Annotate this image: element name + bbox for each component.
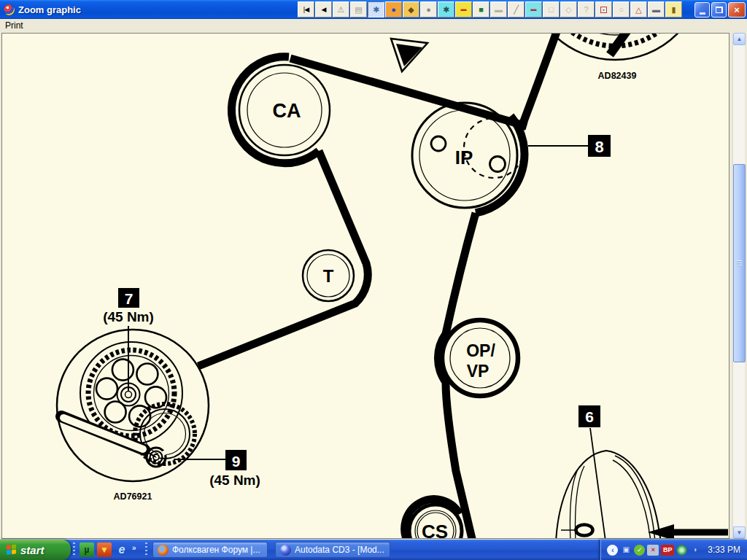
app-icon (4, 4, 15, 15)
restore-icon (716, 7, 723, 13)
nav-back-icon: ◀ (322, 7, 326, 13)
pulley-cs: CS (409, 505, 462, 538)
taskbar-separator[interactable] (145, 542, 147, 557)
battery-button[interactable]: ▮ (665, 1, 682, 18)
code-inset: AD76921 (114, 491, 152, 502)
window-title: Zoom graphic (18, 4, 81, 15)
code-top: AD82439 (598, 71, 637, 81)
vertical-scrollbar[interactable]: ▲ ▼ (732, 33, 745, 539)
content-area: CA IP T (0, 32, 747, 540)
pulley-opvp: OP/ VP (442, 320, 518, 396)
screwdriver-button[interactable]: ╱ (508, 1, 525, 18)
pulley-cs-label: CS (422, 521, 448, 538)
scanner-mouse-icon[interactable]: ◗ (689, 545, 701, 556)
autodata-icon (280, 545, 291, 556)
restore-button[interactable] (711, 2, 727, 18)
taskbar: start µ ▼ e » Фолксваген Форум |... Auto… (0, 540, 747, 560)
scroll-down-button[interactable]: ▼ (733, 526, 746, 539)
close-button[interactable]: × (728, 2, 746, 18)
firefox-icon (158, 545, 169, 556)
utorrent-icon[interactable]: µ (80, 542, 94, 557)
scroll-up-icon: ▲ (737, 36, 743, 42)
quick-launch-more-chevron[interactable]: » (132, 544, 141, 554)
page-view-button[interactable]: ▤ (350, 1, 367, 18)
nav-back-button[interactable]: ◀ (315, 1, 332, 18)
screwdriver-icon: ╱ (514, 6, 519, 14)
pulley-ca-label: CA (273, 100, 301, 122)
hide-icons-chevron[interactable]: ‹ (607, 545, 618, 556)
comment-button[interactable]: □ (543, 1, 560, 18)
engine-gears-button[interactable]: ✱ (438, 1, 454, 18)
nav-first-button[interactable]: |◀ (298, 1, 314, 18)
comment-icon: □ (549, 6, 554, 14)
start-button[interactable]: start (0, 540, 71, 560)
callout-8-number: 8 (595, 138, 603, 156)
timing-belt-diagram: CA IP T (2, 34, 729, 538)
zoom-graphic-button[interactable]: ✱ (368, 1, 384, 18)
pointer-tool-icon: ◆ (408, 6, 414, 14)
callout-8: 8 (528, 135, 611, 157)
inset-detail: AD76921 (57, 330, 209, 502)
photo-icon: ▪ (600, 7, 606, 13)
callout-7-number: 7 (125, 290, 133, 307)
gate-button[interactable]: ■ (473, 1, 489, 18)
callout-9-number: 9 (232, 453, 241, 470)
window-controls: × (693, 2, 746, 18)
scrollbar-thumb[interactable] (733, 164, 746, 362)
pulley-t-label: T (323, 266, 334, 286)
pulley-ip-label: IP (455, 147, 473, 168)
gate-icon: ■ (479, 6, 484, 14)
task-button-forum[interactable]: Фолксваген Форум |... (152, 542, 268, 558)
warning-icon: ⚠ (338, 6, 345, 14)
battery-icon: ▮ (671, 6, 676, 14)
sign-board-button[interactable]: ▬ (455, 1, 472, 18)
vehicle-alert-button[interactable]: ▬ (525, 1, 542, 18)
ellipse-icon: ○ (619, 6, 624, 14)
disc-icon: ● (426, 6, 431, 14)
windows-logo-icon (7, 544, 17, 555)
cd-globe-icon[interactable]: ● (676, 545, 687, 556)
vehicle-alert-icon: ▬ (531, 7, 537, 12)
measure-button[interactable]: ▬ (490, 1, 507, 18)
scroll-up-button[interactable]: ▲ (733, 33, 746, 45)
callout-9: 9 (45 Nm) (174, 450, 260, 488)
tools-icon: ◇ (565, 6, 571, 14)
menubar: Print (0, 19, 747, 32)
photo-button[interactable]: ▪ (595, 1, 612, 18)
pointer-tool-button[interactable]: ◆ (403, 1, 419, 18)
pulley-opvp-label-1: OP/ (466, 341, 495, 360)
close-icon: × (734, 5, 740, 15)
pointer-help-icon: ? (584, 6, 588, 14)
display-network-icon[interactable]: ▣ (620, 545, 632, 556)
minimize-button[interactable] (694, 2, 710, 18)
task-label: Autodata CD3 - [Mod... (295, 545, 384, 555)
timing-belt (198, 34, 557, 538)
tools-button[interactable]: ◇ (560, 1, 577, 18)
download-manager-icon[interactable]: ▼ (97, 542, 112, 557)
titlebar[interactable]: Zoom graphic |◀ ◀ ⚠ ▤ ✱ ● ◆ ● ✱ ▬ ■ ▬ ╱ … (0, 0, 747, 19)
world-button[interactable]: ● (385, 1, 402, 18)
vehicle-button[interactable]: ▬ (648, 1, 665, 18)
dome-component (556, 451, 661, 538)
callout-6-number: 6 (585, 408, 594, 425)
antivirus-ok-icon[interactable]: ✓ (634, 545, 645, 556)
menu-print[interactable]: Print (0, 20, 28, 31)
task-button-autodata[interactable]: Autodata CD3 - [Mod... (275, 542, 390, 558)
road-sign-icon: △ (635, 6, 641, 14)
ellipse-button[interactable]: ○ (613, 1, 630, 18)
internet-explorer-icon[interactable]: e (115, 542, 129, 557)
vehicle-icon: ▬ (652, 6, 660, 14)
road-sign-button[interactable]: △ (630, 1, 647, 18)
callout-7-torque: (45 Nm) (103, 309, 154, 324)
warning-button[interactable]: ⚠ (333, 1, 349, 18)
taskbar-clock: 3:33 PM (708, 545, 740, 555)
taskbar-separator[interactable] (73, 542, 75, 557)
network-disconnected-icon[interactable]: × (647, 545, 659, 556)
disc-button[interactable]: ● (420, 1, 437, 18)
language-indicator[interactable]: BP (661, 545, 674, 556)
start-label: start (20, 544, 44, 556)
pulley-t: T (303, 250, 354, 301)
toolbar: |◀ ◀ ⚠ ▤ ✱ ● ◆ ● ✱ ▬ ■ ▬ ╱ ▬ □ ◇ ? ▪ ○ △… (298, 1, 683, 18)
pointer-help-button[interactable]: ? (578, 1, 595, 18)
system-tray: ‹ ▣ ✓ × BP ● ◗ 3:33 PM (600, 540, 747, 560)
